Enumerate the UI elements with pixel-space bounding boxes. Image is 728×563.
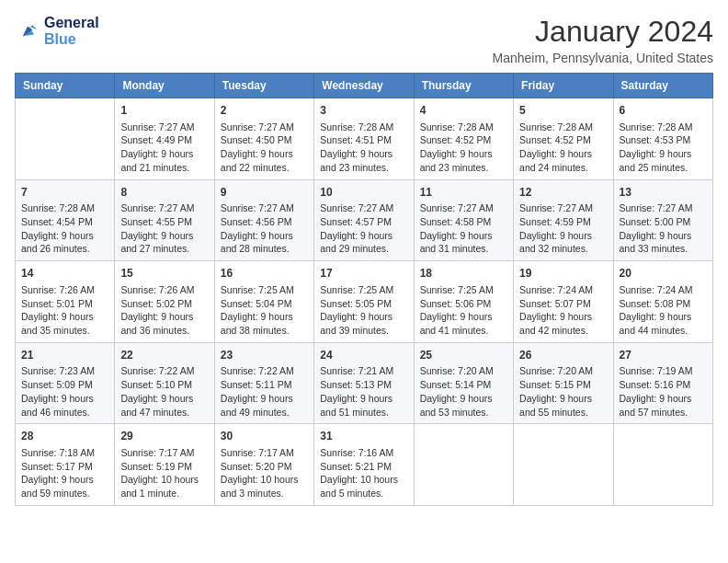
day-number: 15 xyxy=(120,266,208,282)
sunrise-text: Sunrise: 7:26 AM xyxy=(120,283,208,297)
calendar-cell: 5Sunrise: 7:28 AMSunset: 4:52 PMDaylight… xyxy=(514,98,613,180)
day-number: 17 xyxy=(320,266,407,282)
sunset-text: Sunset: 4:57 PM xyxy=(320,215,407,229)
calendar-cell: 17Sunrise: 7:25 AMSunset: 5:05 PMDayligh… xyxy=(314,261,414,343)
calendar-header-row: SundayMondayTuesdayWednesdayThursdayFrid… xyxy=(16,74,713,98)
daylight-text: Daylight: 9 hours and 28 minutes. xyxy=(221,229,308,256)
logo-icon xyxy=(15,18,40,44)
day-number: 1 xyxy=(120,103,208,119)
day-number: 19 xyxy=(519,266,607,282)
sunset-text: Sunset: 5:15 PM xyxy=(519,378,607,392)
col-header-monday: Monday xyxy=(115,74,214,98)
calendar-cell: 4Sunrise: 7:28 AMSunset: 4:52 PMDaylight… xyxy=(414,98,513,180)
daylight-text: Daylight: 9 hours and 25 minutes. xyxy=(620,147,707,174)
daylight-text: Daylight: 9 hours and 41 minutes. xyxy=(420,310,507,337)
daylight-text: Daylight: 9 hours and 36 minutes. xyxy=(120,310,208,337)
day-number: 20 xyxy=(620,266,707,282)
sunrise-text: Sunrise: 7:23 AM xyxy=(21,364,108,378)
calendar-cell: 15Sunrise: 7:26 AMSunset: 5:02 PMDayligh… xyxy=(115,261,214,343)
daylight-text: Daylight: 9 hours and 49 minutes. xyxy=(221,392,308,419)
calendar-cell xyxy=(613,424,712,506)
calendar-cell: 16Sunrise: 7:25 AMSunset: 5:04 PMDayligh… xyxy=(214,261,313,343)
daylight-text: Daylight: 9 hours and 44 minutes. xyxy=(620,310,707,337)
day-number: 13 xyxy=(620,185,707,201)
day-number: 5 xyxy=(519,103,607,119)
sunrise-text: Sunrise: 7:25 AM xyxy=(221,283,308,297)
daylight-text: Daylight: 9 hours and 38 minutes. xyxy=(221,310,308,337)
daylight-text: Daylight: 9 hours and 21 minutes. xyxy=(120,147,208,174)
daylight-text: Daylight: 10 hours and 3 minutes. xyxy=(221,473,308,500)
daylight-text: Daylight: 9 hours and 35 minutes. xyxy=(21,310,108,337)
calendar-cell: 26Sunrise: 7:20 AMSunset: 5:15 PMDayligh… xyxy=(514,342,613,424)
day-number: 21 xyxy=(21,348,108,363)
calendar-cell: 28Sunrise: 7:18 AMSunset: 5:17 PMDayligh… xyxy=(16,424,115,506)
sunset-text: Sunset: 5:04 PM xyxy=(221,297,308,311)
daylight-text: Daylight: 9 hours and 42 minutes. xyxy=(519,310,607,337)
daylight-text: Daylight: 9 hours and 39 minutes. xyxy=(320,310,407,337)
calendar-cell: 8Sunrise: 7:27 AMSunset: 4:55 PMDaylight… xyxy=(115,179,214,261)
daylight-text: Daylight: 9 hours and 47 minutes. xyxy=(120,392,208,419)
sunrise-text: Sunrise: 7:25 AM xyxy=(320,283,407,297)
col-header-wednesday: Wednesday xyxy=(314,74,414,98)
calendar-cell xyxy=(16,98,115,180)
logo-text: General Blue xyxy=(44,15,99,47)
col-header-thursday: Thursday xyxy=(414,74,513,98)
calendar-cell: 12Sunrise: 7:27 AMSunset: 4:59 PMDayligh… xyxy=(514,179,613,261)
sunset-text: Sunset: 4:54 PM xyxy=(21,215,108,229)
calendar-cell: 24Sunrise: 7:21 AMSunset: 5:13 PMDayligh… xyxy=(314,342,414,424)
calendar-week-row: 7Sunrise: 7:28 AMSunset: 4:54 PMDaylight… xyxy=(16,179,713,261)
sunrise-text: Sunrise: 7:25 AM xyxy=(420,283,507,297)
calendar-week-row: 1Sunrise: 7:27 AMSunset: 4:49 PMDaylight… xyxy=(16,98,713,180)
day-number: 18 xyxy=(420,266,507,282)
calendar-cell: 29Sunrise: 7:17 AMSunset: 5:19 PMDayligh… xyxy=(115,424,214,506)
calendar-cell: 31Sunrise: 7:16 AMSunset: 5:21 PMDayligh… xyxy=(314,424,414,506)
day-number: 29 xyxy=(120,429,208,444)
sunset-text: Sunset: 4:59 PM xyxy=(519,215,607,229)
daylight-text: Daylight: 9 hours and 27 minutes. xyxy=(120,229,208,256)
calendar-cell: 1Sunrise: 7:27 AMSunset: 4:49 PMDaylight… xyxy=(115,98,214,180)
calendar-cell: 25Sunrise: 7:20 AMSunset: 5:14 PMDayligh… xyxy=(414,342,513,424)
day-number: 4 xyxy=(420,103,507,119)
sunset-text: Sunset: 5:01 PM xyxy=(21,297,108,311)
calendar-cell: 27Sunrise: 7:19 AMSunset: 5:16 PMDayligh… xyxy=(613,342,712,424)
sunrise-text: Sunrise: 7:27 AM xyxy=(320,201,407,215)
sunrise-text: Sunrise: 7:16 AM xyxy=(320,446,407,460)
calendar-cell: 21Sunrise: 7:23 AMSunset: 5:09 PMDayligh… xyxy=(16,342,115,424)
calendar-week-row: 14Sunrise: 7:26 AMSunset: 5:01 PMDayligh… xyxy=(16,261,713,343)
day-number: 28 xyxy=(21,429,108,444)
calendar-cell: 11Sunrise: 7:27 AMSunset: 4:58 PMDayligh… xyxy=(414,179,513,261)
sunrise-text: Sunrise: 7:27 AM xyxy=(620,201,707,215)
sunset-text: Sunset: 4:55 PM xyxy=(120,215,208,229)
calendar-cell: 3Sunrise: 7:28 AMSunset: 4:51 PMDaylight… xyxy=(314,98,414,180)
daylight-text: Daylight: 9 hours and 31 minutes. xyxy=(420,229,507,256)
sunset-text: Sunset: 5:13 PM xyxy=(320,378,407,392)
sunset-text: Sunset: 4:53 PM xyxy=(620,133,707,147)
day-number: 16 xyxy=(221,266,308,282)
day-number: 11 xyxy=(420,185,507,201)
daylight-text: Daylight: 9 hours and 32 minutes. xyxy=(519,229,607,256)
day-number: 6 xyxy=(620,103,707,119)
sunset-text: Sunset: 5:14 PM xyxy=(420,378,507,392)
sunrise-text: Sunrise: 7:22 AM xyxy=(221,364,308,378)
sunrise-text: Sunrise: 7:27 AM xyxy=(120,121,208,134)
calendar-cell: 19Sunrise: 7:24 AMSunset: 5:07 PMDayligh… xyxy=(514,261,613,343)
calendar-cell: 20Sunrise: 7:24 AMSunset: 5:08 PMDayligh… xyxy=(613,261,712,343)
calendar-cell: 22Sunrise: 7:22 AMSunset: 5:10 PMDayligh… xyxy=(115,342,214,424)
month-title: January 2024 xyxy=(493,15,713,49)
sunset-text: Sunset: 5:10 PM xyxy=(120,378,208,392)
calendar-cell: 9Sunrise: 7:27 AMSunset: 4:56 PMDaylight… xyxy=(214,179,313,261)
sunset-text: Sunset: 4:56 PM xyxy=(221,215,308,229)
sunset-text: Sunset: 5:06 PM xyxy=(420,297,507,311)
sunset-text: Sunset: 5:00 PM xyxy=(620,215,707,229)
sunrise-text: Sunrise: 7:27 AM xyxy=(221,121,308,134)
day-number: 14 xyxy=(21,266,108,282)
sunrise-text: Sunrise: 7:20 AM xyxy=(519,364,607,378)
calendar-week-row: 21Sunrise: 7:23 AMSunset: 5:09 PMDayligh… xyxy=(16,342,713,424)
col-header-tuesday: Tuesday xyxy=(214,74,313,98)
day-number: 31 xyxy=(320,429,407,444)
sunset-text: Sunset: 4:49 PM xyxy=(120,133,208,147)
sunset-text: Sunset: 4:58 PM xyxy=(420,215,507,229)
sunrise-text: Sunrise: 7:19 AM xyxy=(620,364,707,378)
calendar-cell: 13Sunrise: 7:27 AMSunset: 5:00 PMDayligh… xyxy=(613,179,712,261)
sunset-text: Sunset: 4:51 PM xyxy=(320,133,407,147)
